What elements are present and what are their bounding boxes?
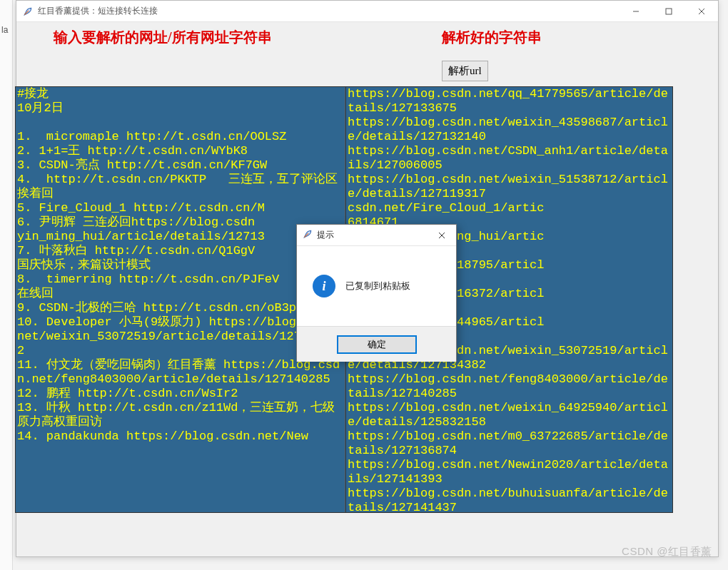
client-area: 输入要解析的网址/所有网址字符串 解析好的字符串 解析url 提示 (16, 22, 718, 556)
titlebar[interactable]: 红目香薰提供：短连接转长连接 (16, 1, 718, 22)
output-label: 解析好的字符串 (442, 28, 542, 47)
dialog-body: i 已复制到粘贴板 (297, 246, 456, 326)
editor-gutter: la (0, 0, 13, 570)
dialog-message: 已复制到粘贴板 (345, 280, 410, 292)
maximize-button[interactable] (652, 1, 685, 22)
minimize-button[interactable] (620, 1, 652, 22)
bg-text: la (1, 25, 8, 35)
message-dialog: 提示 i 已复制到粘贴板 确定 (296, 224, 457, 362)
close-button[interactable] (685, 1, 718, 22)
svg-rect-2 (666, 9, 672, 14)
input-label: 输入要解析的网址/所有网址字符串 (54, 28, 272, 47)
parse-url-button[interactable]: 解析url (442, 61, 488, 81)
info-icon: i (313, 275, 335, 297)
app-icon (22, 6, 34, 17)
dialog-app-icon (303, 229, 313, 242)
dialog-footer: 确定 (297, 326, 456, 362)
main-window: 红目香薰提供：短连接转长连接 输入要解析的网址/所有网址字符串 解析好的字符串 … (16, 0, 719, 557)
window-title: 红目香薰提供：短连接转长连接 (38, 5, 620, 17)
dialog-title: 提示 (317, 229, 428, 241)
dialog-titlebar[interactable]: 提示 (297, 225, 456, 246)
dialog-close-button[interactable] (428, 225, 456, 246)
dialog-ok-button[interactable]: 确定 (337, 335, 417, 354)
